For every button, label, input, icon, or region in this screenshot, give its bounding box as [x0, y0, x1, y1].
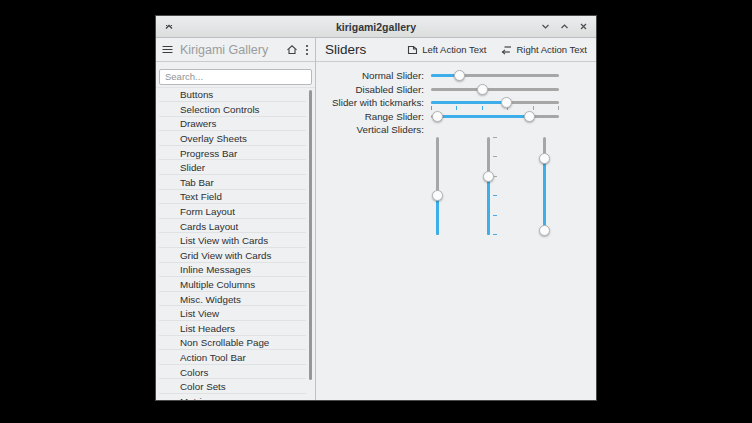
slider-handle[interactable]: [454, 70, 465, 81]
list-item-label: Form Layout: [180, 206, 235, 217]
sidebar-item-misc-widgets[interactable]: Misc. Widgets: [156, 292, 315, 307]
tick-mark: [493, 234, 497, 235]
list-item-label: Misc. Widgets: [180, 294, 241, 305]
sidebar-item-multiple-columns[interactable]: Multiple Columns: [156, 277, 315, 292]
left-action-button[interactable]: Left Action Text: [407, 44, 486, 55]
list-item-label: Slider: [180, 162, 205, 173]
search-input[interactable]: [159, 69, 312, 85]
sidebar-item-inline-messages[interactable]: Inline Messages: [156, 263, 315, 278]
list-item-label: Colors: [180, 367, 208, 378]
tick-mark: [493, 156, 497, 157]
sidebar-item-progress-bar[interactable]: Progress Bar: [156, 146, 315, 161]
list-item-label: Buttons: [180, 89, 213, 100]
hamburger-menu-icon[interactable]: [162, 45, 173, 54]
row-control: [431, 69, 559, 82]
list-item-label: Cards Layout: [180, 221, 238, 232]
list-item-label: List View with Cards: [180, 235, 268, 246]
form-row: Range Slider:: [316, 110, 596, 124]
sidebar-item-non-scrollable-page[interactable]: Non Scrollable Page: [156, 336, 315, 351]
minimize-button[interactable]: [539, 21, 551, 33]
sidebar-item-buttons[interactable]: Buttons: [156, 88, 315, 103]
slider[interactable]: [431, 96, 559, 109]
list-item-label: Color Sets: [180, 381, 226, 392]
list-item-label: Text Field: [180, 191, 222, 202]
tick-mark: [493, 215, 497, 216]
right-action-button[interactable]: Right Action Text: [501, 44, 587, 55]
sidebar-item-selection-controls[interactable]: Selection Controls: [156, 102, 315, 117]
list-item-label: Action Tool Bar: [180, 352, 246, 363]
sidebar-item-list-view[interactable]: List View: [156, 306, 315, 321]
search-container: [156, 62, 315, 87]
maximize-button[interactable]: [558, 21, 570, 33]
slider-handle[interactable]: [477, 84, 488, 95]
slider-handle[interactable]: [432, 111, 443, 122]
form-row: Slider with tickmarks:: [316, 96, 596, 110]
kebab-menu-icon[interactable]: [305, 44, 309, 56]
right-action-label: Right Action Text: [516, 44, 587, 55]
sidebar-item-metrics[interactable]: Metrics: [156, 394, 315, 400]
home-icon[interactable]: [286, 44, 298, 55]
slider-handle[interactable]: [539, 225, 550, 236]
list-item-label: Tab Bar: [180, 177, 214, 188]
tick-mark: [493, 195, 497, 196]
form-row: Vertical Sliders:: [316, 123, 596, 255]
vertical-slider[interactable]: [431, 137, 444, 235]
slider-fill: [431, 101, 507, 104]
sidebar-item-text-field[interactable]: Text Field: [156, 190, 315, 205]
vertical-slider[interactable]: [482, 137, 495, 235]
list-item-label: Overlay Sheets: [180, 133, 247, 144]
slider-handle[interactable]: [539, 153, 550, 164]
app-window: kirigami2gallery Kirigami Gallery: [155, 15, 597, 401]
sidebar-item-form-layout[interactable]: Form Layout: [156, 204, 315, 219]
slider-handle[interactable]: [524, 111, 535, 122]
slider-fill: [543, 159, 546, 231]
sidebar-item-overlay-sheets[interactable]: Overlay Sheets: [156, 131, 315, 146]
slider-handle[interactable]: [483, 171, 494, 182]
row-label: Disabled Slider:: [316, 83, 424, 97]
vertical-sliders-group: [431, 137, 559, 255]
sidebar-item-slider[interactable]: Slider: [156, 160, 315, 175]
close-button[interactable]: [577, 21, 589, 33]
slider-fill: [487, 176, 490, 235]
sidebar-list: ButtonsSelection ControlsDrawersOverlay …: [156, 87, 315, 401]
shade-icon[interactable]: [163, 21, 175, 33]
list-item-label: Non Scrollable Page: [180, 337, 269, 348]
row-label: Range Slider:: [316, 110, 424, 124]
tick-mark: [493, 137, 497, 138]
slider[interactable]: [431, 69, 559, 82]
row-control: [431, 123, 559, 255]
row-control: [431, 110, 559, 123]
list-item-label: Drawers: [180, 118, 216, 129]
range-slider[interactable]: [431, 110, 559, 123]
row-control: [431, 83, 559, 96]
scrollbar-thumb[interactable]: [309, 90, 312, 381]
sidebar-item-tab-bar[interactable]: Tab Bar: [156, 175, 315, 190]
form-row: Disabled Slider:: [316, 83, 596, 97]
list-item-label: Multiple Columns: [180, 279, 255, 290]
sidebar-header: Kirigami Gallery: [156, 38, 315, 62]
sidebar-item-cards-layout[interactable]: Cards Layout: [156, 219, 315, 234]
sidebar-item-list-view-with-cards[interactable]: List View with Cards: [156, 233, 315, 248]
vertical-range-slider[interactable]: [538, 137, 551, 235]
document-icon: [407, 45, 418, 55]
format-indent-icon: [501, 45, 512, 55]
slider-handle[interactable]: [501, 97, 512, 108]
app-title: Kirigami Gallery: [180, 43, 279, 57]
form-row: Normal Slider:: [316, 69, 596, 83]
sidebar-item-list-headers[interactable]: List Headers: [156, 321, 315, 336]
row-label: Vertical Sliders:: [316, 123, 424, 137]
sidebar-item-color-sets[interactable]: Color Sets: [156, 379, 315, 394]
window-title: kirigami2gallery: [156, 21, 596, 33]
titlebar: kirigami2gallery: [156, 16, 596, 38]
list-item-label: Progress Bar: [180, 148, 237, 159]
sidebar-item-drawers[interactable]: Drawers: [156, 117, 315, 132]
slider-handle[interactable]: [432, 190, 443, 201]
slider-track: [431, 88, 559, 91]
page-panel: Sliders Left Action Text Right Action Te…: [316, 38, 596, 400]
sidebar: Kirigami Gallery ButtonsSelection Contro…: [156, 38, 316, 400]
disabled-slider: [431, 83, 559, 96]
sidebar-item-grid-view-with-cards[interactable]: Grid View with Cards: [156, 248, 315, 263]
sidebar-item-colors[interactable]: Colors: [156, 365, 315, 380]
row-label: Normal Slider:: [316, 69, 424, 83]
sidebar-item-action-tool-bar[interactable]: Action Tool Bar: [156, 350, 315, 365]
